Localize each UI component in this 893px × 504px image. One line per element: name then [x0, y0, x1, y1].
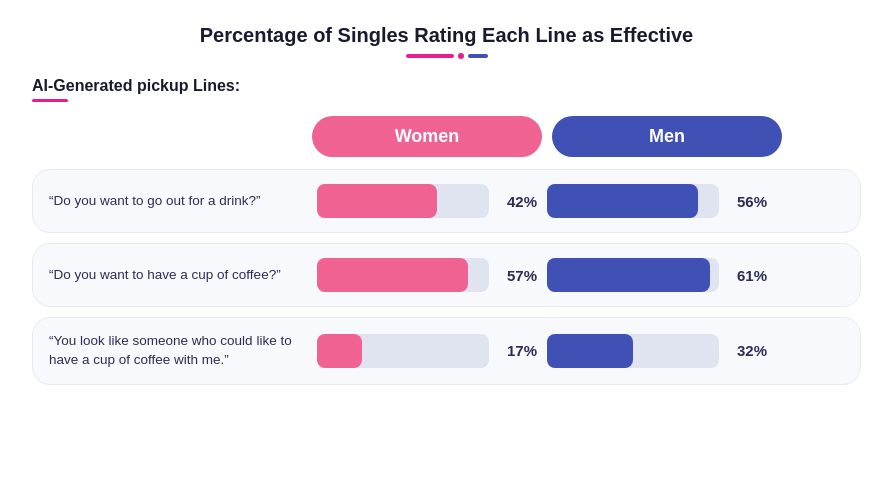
row-label: “You look like someone who could like to… — [49, 332, 317, 370]
men-bar-section: 61% — [547, 258, 767, 292]
men-pct-label: 61% — [737, 267, 767, 284]
row-label: “Do you want to go out for a drink?” — [49, 192, 317, 211]
men-bar-track — [547, 334, 719, 368]
women-bar-track — [317, 184, 489, 218]
chart-title: Percentage of Singles Rating Each Line a… — [200, 24, 694, 47]
women-bar-fill — [317, 334, 362, 368]
men-pct-label: 56% — [737, 193, 767, 210]
women-pct-label: 42% — [507, 193, 537, 210]
row-label: “Do you want to have a cup of coffee?” — [49, 266, 317, 285]
bar-group: 57% 61% — [317, 258, 844, 292]
table-row: “You look like someone who could like to… — [32, 317, 861, 385]
women-bar-track — [317, 258, 489, 292]
chart-container: Women Men “Do you want to go out for a d… — [32, 116, 861, 385]
men-bar-fill — [547, 184, 698, 218]
women-bar-section: 57% — [317, 258, 537, 292]
men-bar-section: 32% — [547, 334, 767, 368]
men-bar-track — [547, 184, 719, 218]
men-pct-label: 32% — [737, 342, 767, 359]
bar-group: 42% 56% — [317, 184, 844, 218]
women-bar-section: 42% — [317, 184, 537, 218]
women-bar-fill — [317, 258, 468, 292]
section-underline — [32, 99, 68, 102]
women-bar-section: 17% — [317, 334, 537, 368]
section-label: AI-Generated pickup Lines: — [32, 77, 240, 95]
men-bar-fill — [547, 258, 710, 292]
women-pct-label: 57% — [507, 267, 537, 284]
men-bar-section: 56% — [547, 184, 767, 218]
women-header: Women — [312, 116, 542, 157]
men-bar-track — [547, 258, 719, 292]
table-row: “Do you want to go out for a drink?” 42%… — [32, 169, 861, 233]
table-row: “Do you want to have a cup of coffee?” 5… — [32, 243, 861, 307]
header-row: Women Men — [312, 116, 861, 157]
men-header: Men — [552, 116, 782, 157]
men-bar-fill — [547, 334, 633, 368]
women-bar-track — [317, 334, 489, 368]
bar-group: 17% 32% — [317, 334, 844, 368]
women-pct-label: 17% — [507, 342, 537, 359]
women-bar-fill — [317, 184, 437, 218]
title-decoration — [406, 53, 488, 59]
